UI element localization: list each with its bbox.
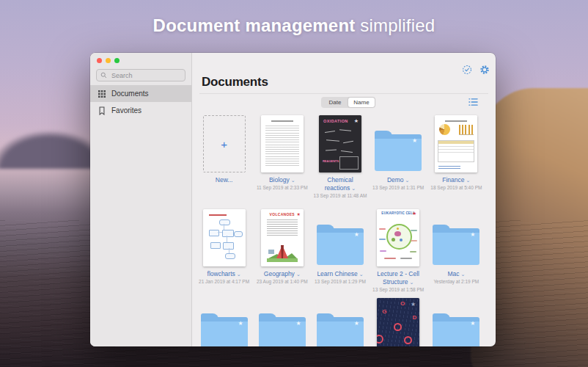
- tile-label[interactable]: Biology⌄: [269, 176, 295, 184]
- chevron-down-icon: ⌄: [460, 272, 465, 277]
- grid-row: + New... Biology⌄ 11 Sep 2019 at 2:33 PM…: [195, 114, 485, 198]
- star-icon: ★: [296, 320, 301, 327]
- document-thumbnail[interactable]: VOLCANOES ★: [253, 208, 311, 266]
- folder-thumbnail[interactable]: ★: [427, 298, 485, 346]
- tile-mac[interactable]: ★ Mac⌄ Yesterday at 2:19 PM: [427, 208, 485, 292]
- document-thumbnail[interactable]: EUKARYOTIC CELL ★: [370, 208, 427, 266]
- tile-finance[interactable]: Finance⌄ 18 Sep 2019 at 5:40 PM: [427, 114, 485, 198]
- star-icon: ★: [354, 320, 359, 327]
- tile-folder[interactable]: ★: [427, 298, 485, 346]
- sort-by-name-segment[interactable]: Name: [348, 98, 375, 107]
- tile-date: 23 Aug 2019 at 1:40 PM: [257, 279, 308, 284]
- folder-thumbnail[interactable]: ★: [311, 208, 369, 266]
- tile-date: Yesterday at 2:19 PM: [433, 279, 479, 284]
- chevron-down-icon: ⌄: [466, 178, 471, 183]
- header-divider: [199, 93, 488, 94]
- close-button[interactable]: [97, 58, 102, 63]
- search-icon: [100, 72, 107, 79]
- check-circle-icon[interactable]: [462, 65, 472, 75]
- chevron-down-icon: ⌄: [237, 272, 241, 277]
- tile-date: 13 Sep 2019 at 11:48 AM: [314, 193, 367, 198]
- sidebar-item-favorites[interactable]: Favorites: [90, 102, 191, 119]
- minimize-button[interactable]: [106, 58, 111, 63]
- zoom-button[interactable]: [114, 58, 120, 63]
- tile-label[interactable]: New...: [216, 176, 233, 184]
- hero-title-bold: Document management: [153, 15, 356, 35]
- star-icon: ★: [412, 137, 417, 144]
- board-title: OXIDATION: [323, 119, 348, 123]
- tile-label[interactable]: Finance⌄: [442, 176, 470, 184]
- document-thumbnail[interactable]: OXIDATION ★ REAGENTS: [311, 114, 369, 172]
- tile-date: 13 Sep 2019 at 1:31 PM: [372, 185, 424, 190]
- tile-date: 11 Sep 2019 at 2:33 PM: [257, 185, 308, 190]
- chevron-down-icon: ⌄: [296, 272, 301, 277]
- star-icon: ★: [470, 320, 475, 327]
- tile-new[interactable]: + New...: [195, 114, 253, 198]
- star-icon: ★: [296, 211, 300, 217]
- desktop: Document management simplified: [0, 0, 588, 367]
- toolbar-icons: [462, 65, 490, 75]
- search-field[interactable]: [96, 69, 185, 81]
- tile-folder[interactable]: ★: [253, 298, 311, 346]
- folder-thumbnail[interactable]: ★: [195, 298, 253, 346]
- cover-letter: G: [382, 308, 386, 315]
- tile-label[interactable]: Demo⌄: [387, 176, 410, 184]
- content-area: Documents Date Name + New... Bio: [192, 53, 496, 346]
- tile-biology[interactable]: Biology⌄ 11 Sep 2019 at 2:33 PM: [253, 114, 311, 198]
- sidebar-item-documents[interactable]: Documents: [90, 85, 191, 102]
- list-view-icon[interactable]: [468, 98, 478, 106]
- tile-label[interactable]: Learn Chinese⌄: [317, 270, 363, 278]
- hero-title: Document management simplified: [0, 15, 588, 36]
- tile-geography[interactable]: VOLCANOES ★: [253, 208, 311, 292]
- tile-label[interactable]: Mac⌄: [447, 270, 465, 278]
- tile-notebook[interactable]: ★ G O D: [370, 298, 427, 346]
- tile-learn-chinese[interactable]: ★ Learn Chinese⌄ 13 Sep 2019 at 1:29 PM: [311, 208, 369, 292]
- sort-by-date-segment[interactable]: Date: [322, 98, 348, 107]
- star-icon: ★: [354, 231, 359, 238]
- star-icon: ★: [354, 118, 359, 124]
- document-thumbnail[interactable]: [427, 114, 485, 172]
- document-thumbnail[interactable]: [195, 208, 253, 266]
- tile-label[interactable]: Geography⌄: [264, 270, 301, 278]
- pie-chart-art: [439, 124, 450, 135]
- tile-label[interactable]: Chemical reactions⌄: [314, 176, 367, 192]
- cover-letter: O: [400, 300, 405, 307]
- document-thumbnail[interactable]: [253, 114, 311, 172]
- window-controls: [97, 58, 120, 63]
- board-footer: REAGENTS: [323, 159, 339, 163]
- tile-date: 18 Sep 2019 at 5:40 PM: [430, 185, 482, 190]
- cell-diagram-art: [386, 224, 412, 250]
- star-icon: ★: [411, 301, 416, 308]
- folder-thumbnail[interactable]: ★: [370, 114, 427, 172]
- folder-thumbnail[interactable]: ★: [253, 298, 311, 346]
- tile-chemical-reactions[interactable]: OXIDATION ★ REAGENTS Chemical rea: [311, 114, 369, 198]
- chevron-down-icon: ⌄: [351, 186, 356, 191]
- folder-thumbnail[interactable]: ★: [427, 208, 485, 266]
- page-title: Documents: [202, 75, 268, 90]
- star-icon: ★: [470, 231, 475, 238]
- search-input[interactable]: [110, 71, 179, 80]
- tile-flowcharts[interactable]: flowcharts⌄ 21 Jan 2019 at 4:17 PM: [195, 208, 253, 292]
- tile-date: 21 Jan 2019 at 4:17 PM: [199, 279, 249, 284]
- cover-letter: D: [412, 314, 416, 321]
- sidebar-item-label: Favorites: [111, 106, 142, 115]
- chevron-down-icon: ⌄: [409, 280, 414, 285]
- tile-folder[interactable]: ★: [311, 298, 369, 346]
- tile-label[interactable]: flowcharts⌄: [207, 270, 241, 278]
- tile-label[interactable]: Lecture 2 - Cell Structure⌄: [372, 270, 425, 286]
- new-document-tile[interactable]: +: [203, 115, 246, 172]
- tile-demo[interactable]: ★ Demo⌄ 13 Sep 2019 at 1:31 PM: [370, 114, 427, 198]
- sidebar-list: Documents Favorites: [90, 85, 191, 119]
- tile-folder[interactable]: ★: [195, 298, 253, 346]
- tile-lecture-2[interactable]: EUKARYOTIC CELL ★: [370, 208, 427, 292]
- chevron-down-icon: ⌄: [291, 178, 295, 183]
- folder-thumbnail[interactable]: ★: [311, 298, 369, 346]
- grid-row: ★ ★ ★ ★ G O D: [195, 298, 485, 346]
- tile-date: 13 Sep 2019 at 1:58 PM: [372, 287, 424, 292]
- table-art: [438, 140, 474, 162]
- gear-icon[interactable]: [479, 65, 490, 75]
- star-icon: ★: [238, 320, 243, 327]
- sidebar-item-label: Documents: [111, 90, 149, 98]
- star-icon: ★: [412, 211, 416, 217]
- document-thumbnail[interactable]: ★ G O D: [370, 298, 427, 346]
